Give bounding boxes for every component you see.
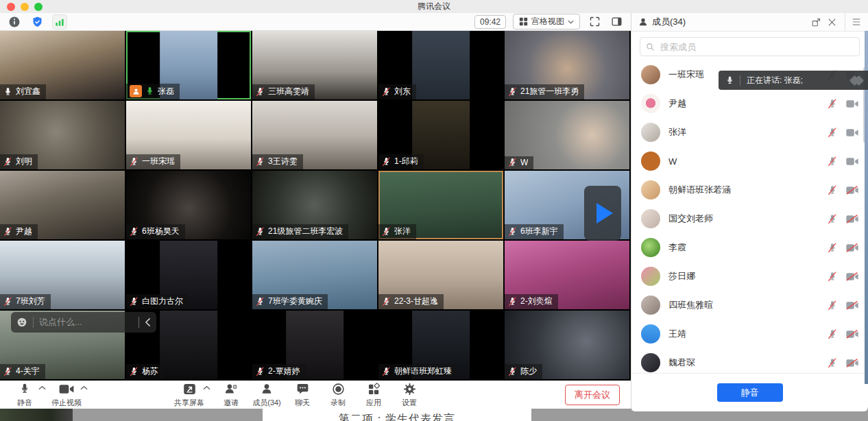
fullscreen-icon[interactable] [587, 14, 602, 29]
toolbar-record-button[interactable]: 录制 [323, 382, 353, 408]
next-page-button[interactable] [584, 186, 621, 241]
chevron-up-icon[interactable] [80, 385, 88, 390]
toolbar-camera-button[interactable]: 停止视频 [51, 382, 82, 408]
participant-name: 一班宋瑶 [142, 156, 175, 167]
video-tile[interactable]: 朝鲜语班郑虹臻 [378, 311, 505, 381]
member-camera-off-icon[interactable] [846, 215, 858, 224]
mic-muted-icon [256, 87, 265, 97]
video-tile[interactable]: 白图力古尔 [126, 241, 252, 311]
participant-name: 白图力古尔 [142, 296, 183, 307]
video-tile[interactable]: 3王诗雯 [252, 101, 378, 171]
video-tile[interactable]: 7班刘芳 [0, 241, 126, 311]
video-tile[interactable]: 张洋 [378, 171, 505, 241]
leave-meeting-button[interactable]: 离开会议 [565, 385, 620, 405]
member-camera-on-icon[interactable] [846, 99, 858, 108]
tile-name-label: 6班李新宇 [505, 224, 564, 239]
member-mic-muted-icon[interactable] [828, 214, 837, 224]
video-tile[interactable]: 尹越 [0, 171, 126, 241]
meeting-timer: 09:42 [474, 15, 506, 29]
toolbar-settings-button[interactable]: 设置 [394, 382, 424, 408]
member-camera-off-icon[interactable] [846, 359, 858, 368]
member-camera-off-icon[interactable] [846, 272, 858, 281]
close-panel-icon[interactable] [828, 18, 836, 27]
chevron-down-icon [568, 20, 574, 24]
view-mode-dropdown[interactable]: 宫格视图 [513, 14, 580, 29]
member-name: 四班焦雅暄 [668, 299, 828, 311]
member-row[interactable]: 莎日娜 [631, 262, 868, 291]
tile-name-label: 21旅管一班李勇 [505, 84, 584, 99]
video-tile[interactable]: 1-邱莉 [378, 101, 505, 171]
video-tile[interactable]: 三班高雯靖 [252, 31, 378, 101]
member-mic-muted-icon[interactable] [828, 329, 837, 339]
toolbar-mic-button[interactable]: 静音 [10, 382, 40, 408]
mute-all-button[interactable]: 静音 [717, 383, 783, 402]
emoji-icon[interactable] [16, 317, 27, 328]
video-tile[interactable]: 刘东 [378, 31, 505, 101]
member-mic-muted-icon[interactable] [828, 272, 837, 282]
network-signal-icon[interactable] [52, 14, 67, 29]
video-tile[interactable]: 6班杨昊天 [126, 171, 252, 241]
video-tile[interactable]: 2-刘奕煊 [505, 241, 631, 311]
menu-hamburger-icon[interactable] [852, 18, 861, 26]
video-tile[interactable]: 张磊 [126, 31, 252, 101]
member-row[interactable]: 朝鲜语班张若涵 [631, 176, 868, 204]
toolbar-invite-button[interactable]: 邀请 [216, 382, 246, 408]
mic-muted-icon [256, 227, 265, 237]
member-camera-off-icon[interactable] [846, 243, 858, 252]
chat-input-placeholder[interactable]: 说点什么... [39, 316, 133, 328]
member-mic-muted-icon[interactable] [828, 243, 837, 253]
member-row[interactable]: 李霞 [631, 233, 868, 262]
collapse-chevron-left-icon[interactable] [145, 318, 151, 326]
video-tile[interactable]: 21旅管一班李勇 [505, 31, 631, 101]
member-row[interactable]: W [631, 147, 868, 176]
member-row[interactable]: 王靖 [631, 320, 868, 348]
toolbar-members-button[interactable]: 成员(34) [252, 382, 282, 408]
member-search-input[interactable] [659, 41, 854, 53]
video-tile[interactable]: 一班宋瑶 [126, 101, 252, 171]
minimize-window-button[interactable] [21, 3, 29, 11]
member-camera-off-icon[interactable] [846, 330, 858, 339]
member-mic-muted-icon[interactable] [828, 300, 837, 311]
zoom-window-button[interactable] [34, 3, 43, 11]
member-row[interactable]: 张洋 [631, 118, 868, 147]
member-camera-on-icon[interactable] [846, 128, 858, 137]
video-tile[interactable]: 刘宜鑫 [0, 31, 126, 101]
member-mic-muted-icon[interactable] [828, 128, 837, 138]
popout-panel-icon[interactable] [811, 17, 821, 27]
member-row[interactable]: 四班焦雅暄 [631, 291, 868, 320]
mic-muted-icon [130, 157, 138, 167]
member-row[interactable]: 国交刘老师 [631, 204, 868, 233]
member-search-box[interactable] [640, 37, 860, 56]
video-tile[interactable]: 陈少 [505, 311, 631, 381]
member-mic-muted-icon[interactable] [828, 99, 837, 109]
chevron-up-icon[interactable] [38, 385, 46, 390]
member-mic-muted-icon[interactable] [828, 156, 837, 167]
toolbar-share-screen-button[interactable]: 共享屏幕 [174, 382, 204, 408]
video-tile[interactable]: W [505, 101, 631, 171]
toolbar-item-label: 设置 [402, 398, 417, 408]
security-shield-icon[interactable] [29, 14, 45, 29]
side-panel-toggle-icon[interactable] [609, 14, 624, 29]
member-mic-muted-icon[interactable] [828, 358, 837, 368]
mic-muted-icon [3, 227, 12, 237]
video-tile[interactable]: 22-3-甘超逸 [378, 241, 505, 311]
member-row[interactable]: 魏君琛 [631, 348, 868, 373]
member-camera-on-icon[interactable] [846, 157, 858, 166]
member-camera-off-icon[interactable] [846, 186, 858, 195]
member-camera-off-icon[interactable] [846, 301, 858, 310]
mic-speaking-icon [145, 86, 154, 96]
toolbar-chat-button[interactable]: 聊天 [287, 382, 317, 408]
video-tile[interactable]: 7班学委黄婉庆 [252, 241, 378, 311]
record-icon [332, 382, 345, 396]
video-tile[interactable]: 21级旅管二班李宏波 [252, 171, 378, 241]
toolbar-apps-button[interactable]: 应用 [359, 382, 389, 408]
close-window-button[interactable] [7, 3, 15, 11]
member-mic-muted-icon[interactable] [828, 185, 837, 195]
invite-icon [224, 382, 238, 396]
chevron-up-icon[interactable] [203, 385, 210, 390]
member-row[interactable]: 尹越 [631, 89, 868, 118]
video-tile[interactable]: 2-覃婧婷 [252, 311, 378, 381]
meeting-info-icon[interactable] [7, 14, 22, 29]
quick-chat-overlay[interactable]: 说点什么... [11, 312, 156, 333]
video-tile[interactable]: 刘明 [0, 101, 126, 171]
